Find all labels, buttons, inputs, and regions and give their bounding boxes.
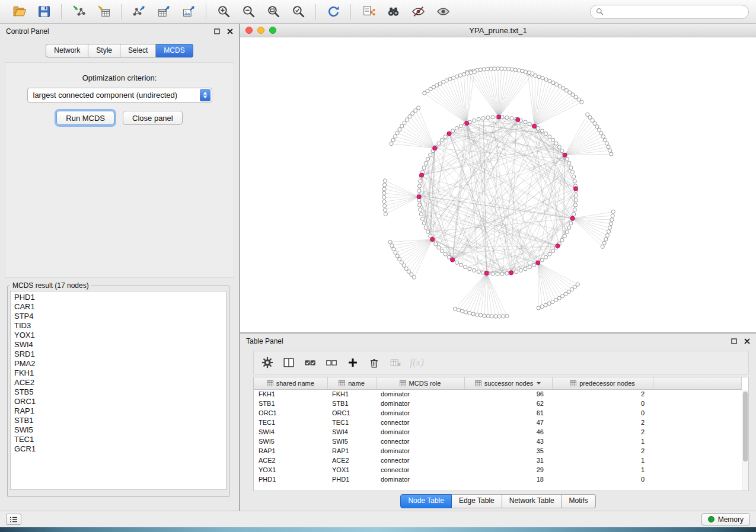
delete-table-button[interactable] <box>387 354 404 371</box>
table-cell: 1 <box>552 456 653 465</box>
show-graphics-button[interactable] <box>431 2 455 21</box>
table-row[interactable]: FKH1FKH1dominator962 <box>254 389 742 399</box>
table-row[interactable]: SWI5SWI5connector431 <box>254 437 742 446</box>
table-row[interactable]: RAP1RAP1dominator352 <box>254 446 742 456</box>
table-row[interactable]: PHD1PHD1dominator180 <box>254 475 742 484</box>
column-header-successor-nodes[interactable]: successor nodes <box>464 377 552 389</box>
tab-mcds[interactable]: MCDS <box>156 44 193 57</box>
checked-boxes-icon <box>304 356 317 369</box>
column-header-mcds-role[interactable]: MCDS role <box>376 377 464 389</box>
table-settings-button[interactable] <box>259 354 276 371</box>
mcds-result-item[interactable]: ACE2 <box>11 378 226 387</box>
memory-status-icon <box>708 516 714 523</box>
close-panel-button[interactable]: Close panel <box>123 111 183 125</box>
tab-network-table[interactable]: Network Table <box>502 494 562 508</box>
mcds-result-item[interactable]: SRD1 <box>11 350 226 359</box>
mcds-result-item[interactable]: YOX1 <box>11 331 226 340</box>
run-mcds-button[interactable]: Run MCDS <box>56 111 114 125</box>
float-window-icon[interactable] <box>731 338 737 344</box>
node-table-container: shared namenameMCDS rolesuccessor nodesp… <box>253 377 749 491</box>
mcds-result-item[interactable]: ORC1 <box>11 397 226 406</box>
table-cell: PHD1 <box>327 475 376 484</box>
mcds-result-item[interactable]: SWI5 <box>11 425 226 435</box>
import-network-button[interactable] <box>67 2 91 21</box>
mcds-result-item[interactable]: SWI4 <box>11 340 226 350</box>
list-icon <box>9 517 18 523</box>
export-network-button[interactable] <box>127 2 151 21</box>
column-header-shared-name[interactable]: shared name <box>254 377 327 389</box>
close-window-button[interactable] <box>245 27 253 34</box>
table-row[interactable]: ORC1ORC1dominator610 <box>254 408 742 418</box>
table-cell: 0 <box>552 399 653 408</box>
table-cell: ORC1 <box>327 408 376 418</box>
table-cell: dominator <box>376 399 464 408</box>
search-input[interactable] <box>607 7 743 17</box>
table-row[interactable]: YOX1YOX1connector291 <box>254 465 742 475</box>
table-scrollbar[interactable] <box>742 390 748 491</box>
mcds-result-item[interactable]: TEC1 <box>11 435 226 444</box>
zoom-out-button[interactable] <box>237 2 260 21</box>
tab-node-table[interactable]: Node Table <box>400 494 452 508</box>
network-window-titlebar: YPA_prune.txt_1 <box>240 24 756 37</box>
function-builder-button[interactable]: f(x) <box>408 354 426 371</box>
import-table-button[interactable] <box>92 2 116 21</box>
mcds-result-item[interactable]: PHD1 <box>11 293 226 302</box>
table-header-row: shared namenameMCDS rolesuccessor nodesp… <box>254 377 742 389</box>
export-table-button[interactable] <box>152 2 176 21</box>
select-all-columns-button[interactable] <box>301 354 319 371</box>
mcds-result-item[interactable]: STB1 <box>11 416 226 425</box>
control-panel-title: Control Panel <box>6 27 49 36</box>
tab-style[interactable]: Style <box>88 44 120 57</box>
tab-select[interactable]: Select <box>120 44 156 57</box>
hide-graphics-button[interactable] <box>406 2 430 21</box>
memory-button[interactable]: Memory <box>701 513 750 525</box>
node-table: shared namenameMCDS rolesuccessor nodesp… <box>254 377 742 484</box>
mcds-result-item[interactable]: TID3 <box>11 321 226 331</box>
refresh-button[interactable] <box>321 2 345 21</box>
tab-edge-table[interactable]: Edge Table <box>452 494 502 508</box>
table-cell: dominator <box>376 389 464 399</box>
table-cell: 1 <box>552 437 653 446</box>
deselect-all-columns-button[interactable] <box>323 354 340 371</box>
mcds-result-item[interactable]: FKH1 <box>11 368 226 378</box>
close-icon[interactable] <box>744 338 750 344</box>
mcds-result-item[interactable]: PMA2 <box>11 359 226 368</box>
table-panel-title: Table Panel <box>246 337 283 345</box>
network-canvas[interactable] <box>240 37 756 332</box>
table-panel-header: Table Panel <box>240 334 756 349</box>
mcds-result-item[interactable]: RAP1 <box>11 406 226 416</box>
column-header-predecessor-nodes[interactable]: predecessor nodes <box>552 377 653 389</box>
table-cell: dominator <box>376 427 464 437</box>
mcds-result-item[interactable]: CAR1 <box>11 302 226 312</box>
export-image-button[interactable] <box>177 2 200 21</box>
mcds-result-item[interactable]: STP4 <box>11 312 226 321</box>
table-row[interactable]: STB1STB1dominator620 <box>254 399 742 408</box>
binoculars-icon <box>386 4 401 19</box>
mcds-result-list[interactable]: PHD1CAR1STP4TID3YOX1SWI4SRD1PMA2FKH1ACE2… <box>10 291 227 490</box>
close-icon[interactable] <box>227 28 233 34</box>
tab-motifs[interactable]: Motifs <box>562 494 596 508</box>
table-row[interactable]: ACE2ACE2connector311 <box>254 456 742 465</box>
delete-column-button[interactable] <box>365 354 383 371</box>
table-row[interactable]: TEC1TEC1connector472 <box>254 418 742 427</box>
table-row[interactable]: SWI4SWI4dominator462 <box>254 427 742 437</box>
zoom-fit-button[interactable] <box>261 2 285 21</box>
column-layout-button[interactable] <box>280 354 298 371</box>
optimization-criterion-select[interactable]: largest connected component (undirected) <box>27 88 212 102</box>
save-session-button[interactable] <box>32 2 56 21</box>
scrollbar-thumb[interactable] <box>743 392 748 462</box>
column-header-name[interactable]: name <box>327 377 376 389</box>
first-neighbors-button[interactable] <box>381 2 405 21</box>
zoom-selected-button[interactable] <box>286 2 310 21</box>
maximize-window-button[interactable] <box>269 27 276 34</box>
mcds-result-item[interactable]: GCR1 <box>11 444 226 454</box>
add-column-button[interactable] <box>344 354 362 371</box>
clone-network-button[interactable] <box>356 2 380 21</box>
float-window-icon[interactable] <box>214 28 220 34</box>
task-history-button[interactable] <box>6 514 21 525</box>
open-file-button[interactable] <box>7 2 31 21</box>
tab-network[interactable]: Network <box>46 44 88 57</box>
minimize-window-button[interactable] <box>257 27 264 34</box>
zoom-in-button[interactable] <box>212 2 235 21</box>
mcds-result-item[interactable]: STB5 <box>11 387 226 397</box>
